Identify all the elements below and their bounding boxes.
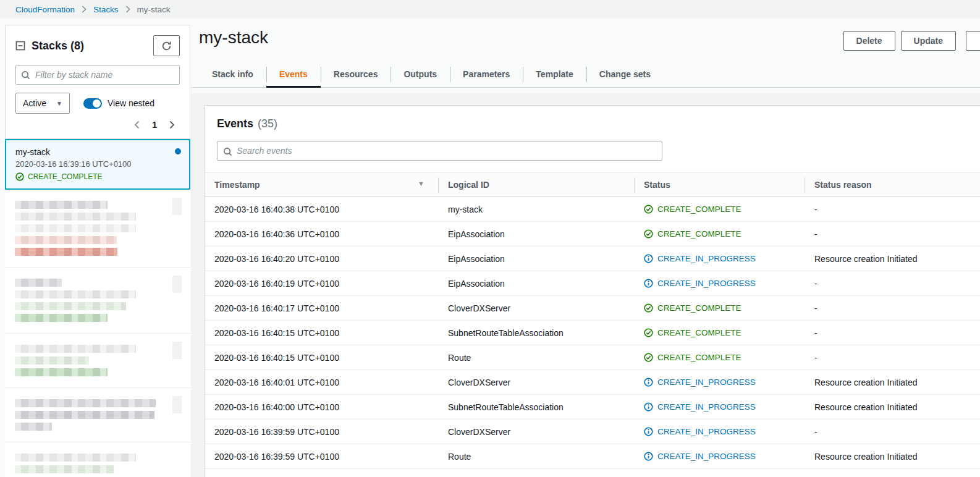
tab-resources[interactable]: Resources [321,62,391,88]
radio-placeholder[interactable] [172,396,182,413]
refresh-icon [161,41,172,51]
event-status-reason: Resource creation Initiated [805,370,980,395]
event-status: CREATE_IN_PROGRESS [634,444,805,469]
event-timestamp: 2020-03-16 16:40:36 UTC+0100 [205,222,438,247]
table-row[interactable]: 2020-03-16 16:40:19 UTC+0100EipAssociati… [205,271,980,296]
column-header-status-reason[interactable]: Status reason [805,173,980,197]
stack-actions-button-partial[interactable] [966,31,980,51]
redacted-text-line [15,279,62,287]
tab-change-sets[interactable]: Change sets [586,62,664,88]
redacted-text-line [15,236,117,244]
events-search-input[interactable] [217,141,662,161]
redacted-text-line [15,201,108,209]
sidebar-title: Stacks (8) [32,40,84,53]
redacted-text-line [15,411,154,419]
event-timestamp: 2020-03-16 16:40:15 UTC+0100 [205,345,438,370]
table-row[interactable]: 2020-03-16 16:40:01 UTC+0100CloverDXServ… [205,370,980,395]
info-circle-icon [644,254,653,263]
event-status: CREATE_COMPLETE [634,197,805,222]
redacted-text-line [15,213,136,221]
collapse-panel-icon[interactable] [15,41,25,51]
stack-status-label: CREATE_COMPLETE [28,172,102,181]
info-circle-icon [644,378,653,387]
stack-filter-input[interactable] [15,65,180,85]
table-row[interactable]: 2020-03-16 16:39:59 UTC+0100RouteCREATE_… [205,444,980,469]
stack-list-item-selected[interactable]: my-stack 2020-03-16 16:39:16 UTC+0100 CR… [5,139,190,190]
event-logical-id: EipAssociation [438,222,634,247]
table-row[interactable]: 2020-03-16 16:40:36 UTC+0100EipAssociati… [205,222,980,247]
events-count: (35) [258,117,277,130]
event-logical-id: EipAssociation [438,271,634,296]
event-logical-id: SubnetRouteTableAssociation [438,395,634,420]
refresh-button[interactable] [153,35,180,56]
stack-list-item-redacted[interactable] [5,190,190,268]
stack-list-item-redacted[interactable] [5,442,190,477]
check-circle-icon [15,172,24,181]
search-icon [21,70,30,82]
info-circle-icon [644,452,653,461]
redacted-text-line [15,302,126,310]
event-status-label: CREATE_COMPLETE [657,353,741,362]
event-logical-id: CloverDXServer [438,370,634,395]
table-row[interactable]: 2020-03-16 16:40:20 UTC+0100EipAssociati… [205,247,980,271]
previous-page-button[interactable] [134,120,140,129]
table-row[interactable]: 2020-03-16 16:40:15 UTC+0100SubnetRouteT… [205,321,980,345]
check-circle-icon [644,205,653,214]
chevron-right-icon [125,6,130,13]
column-header-timestamp[interactable]: ▼ Timestamp [205,173,438,197]
event-status-reason: - [805,271,980,296]
tab-stack-info[interactable]: Stack info [199,62,266,88]
view-nested-toggle[interactable]: View nested [83,98,154,109]
stack-list-item-redacted[interactable] [5,388,190,442]
view-nested-label: View nested [108,98,154,108]
tab-outputs[interactable]: Outputs [391,62,450,88]
table-row[interactable]: 2020-03-16 16:40:38 UTC+0100my-stackCREA… [205,197,980,222]
table-row[interactable]: 2020-03-16 16:39:59 UTC+0100CloverDXServ… [205,420,980,444]
event-status-reason: Resource creation Initiated [805,247,980,271]
tab-events[interactable]: Events [266,62,321,88]
table-row[interactable]: 2020-03-16 16:40:00 UTC+0100SubnetRouteT… [205,395,980,420]
radio-placeholder[interactable] [172,198,182,215]
event-timestamp: 2020-03-16 16:40:01 UTC+0100 [205,370,438,395]
next-page-button[interactable] [169,120,175,129]
event-timestamp: 2020-03-16 16:40:15 UTC+0100 [205,321,438,345]
tab-parameters[interactable]: Parameters [450,62,523,88]
radio-placeholder[interactable] [172,342,182,359]
delete-button[interactable]: Delete [843,31,895,51]
stack-status-filter-select[interactable]: Active ▼ [15,93,70,114]
sort-descending-icon[interactable]: ▼ [418,180,425,187]
event-logical-id: CloverDXServer [438,420,634,444]
column-header-logical-id[interactable]: Logical ID [438,173,634,197]
update-button[interactable]: Update [901,31,956,51]
toggle-on-icon [83,98,102,109]
current-page-number[interactable]: 1 [152,120,157,130]
breadcrumb-link-stacks[interactable]: Stacks [93,5,119,14]
column-header-status[interactable]: Status [634,173,805,197]
event-status-label: CREATE_COMPLETE [657,303,741,313]
event-timestamp: 2020-03-16 16:39:59 UTC+0100 [205,420,438,444]
radio-placeholder[interactable] [172,276,182,293]
table-row[interactable]: 2020-03-16 16:40:17 UTC+0100CloverDXServ… [205,296,980,321]
event-status: CREATE_IN_PROGRESS [634,370,805,395]
breadcrumb-link-cloudformation[interactable]: CloudFormation [15,5,75,14]
stack-actions: Delete Update [843,31,980,51]
page-title: my-stack [199,28,268,47]
events-panel-title: Events [217,117,253,130]
check-circle-icon [644,303,653,313]
stack-list-item-redacted[interactable] [5,268,190,334]
event-status: CREATE_COMPLETE [634,321,805,345]
event-logical-id: SubnetRouteTableAssociation [438,321,634,345]
event-status-reason: - [805,197,980,222]
stacks-sidebar: Stacks (8) Active ▼ View nested [5,25,190,477]
redacted-text-line [15,357,89,365]
status-filter-value: Active [23,98,46,108]
event-status: CREATE_COMPLETE [634,222,805,247]
stack-list-item-redacted[interactable] [5,334,190,388]
event-status-reason: - [805,420,980,444]
table-row[interactable]: 2020-03-16 16:40:15 UTC+0100RouteCREATE_… [205,345,980,370]
check-circle-icon [644,353,653,362]
tab-template[interactable]: Template [523,62,586,88]
radio-selected-icon[interactable] [175,148,181,154]
event-status: CREATE_COMPLETE [634,345,805,370]
info-circle-icon [644,279,653,288]
